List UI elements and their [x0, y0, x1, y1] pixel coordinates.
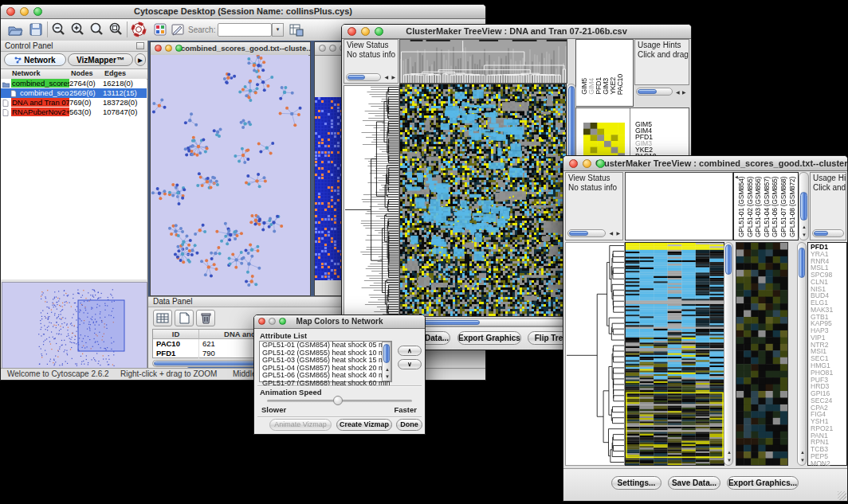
gene-label[interactable]: HMG1 — [811, 362, 846, 369]
gene-label[interactable]: FIG4 — [811, 411, 846, 418]
done-button[interactable]: Done — [396, 419, 422, 431]
birdseye-overview-canvas[interactable] — [2, 282, 147, 371]
tv2-global-heatmap-canvas[interactable] — [625, 242, 724, 466]
scroll-thumb[interactable] — [638, 89, 657, 94]
tv1-mini-heatmap-canvas[interactable] — [583, 123, 625, 159]
gene-label[interactable]: SEC1 — [811, 355, 846, 362]
gene-label[interactable]: KAP95 — [811, 320, 846, 327]
column-header-id[interactable]: ID — [153, 330, 199, 339]
scroll-thumb[interactable] — [383, 344, 390, 363]
tab-vizmapper[interactable]: VizMapper™ — [68, 53, 133, 66]
tv1-row-dendrogram-canvas[interactable] — [344, 85, 399, 318]
close-icon[interactable] — [155, 45, 162, 52]
tv1-hints-hscrollbar[interactable] — [636, 88, 673, 96]
network-row[interactable]: RNAPuberNov2+563(0)107847(0) — [1, 107, 147, 117]
minimize-icon[interactable] — [361, 27, 370, 36]
gene-label[interactable]: PAN1 — [811, 432, 846, 440]
tab-network[interactable]: Network — [4, 53, 66, 66]
zoom-window-icon[interactable] — [33, 7, 42, 16]
zoom-window-icon[interactable] — [175, 45, 183, 52]
resize-grip[interactable] — [838, 491, 846, 500]
help-lifering-icon[interactable] — [131, 21, 147, 37]
tv1-status-hscrollbar[interactable] — [346, 73, 381, 81]
minimize-icon[interactable] — [329, 45, 336, 52]
new-attribute-icon[interactable] — [175, 310, 194, 326]
scroll-left-icon[interactable]: ◀ — [384, 74, 388, 80]
gene-label[interactable]: GPI16 — [811, 390, 846, 397]
gene-label[interactable]: TCB3 — [811, 446, 846, 453]
gene-label[interactable]: ELG1 — [811, 299, 846, 307]
close-icon[interactable] — [569, 159, 578, 168]
zoom-out-icon[interactable] — [50, 21, 66, 37]
tv2-row-dendrogram-canvas[interactable] — [565, 242, 625, 466]
zoom-window-icon[interactable] — [596, 159, 605, 168]
minimize-icon[interactable] — [269, 318, 276, 325]
tv1-heatmap-canvas[interactable] — [399, 84, 567, 317]
main-titlebar[interactable]: Cytoscape Desktop (Session Name: collins… — [1, 5, 485, 19]
gene-label[interactable]: MON2 — [811, 460, 846, 467]
gene-label[interactable]: PFD1 — [811, 244, 846, 251]
save-data-button[interactable]: Save Data... — [668, 476, 720, 490]
gene-label[interactable]: RPO21 — [811, 425, 846, 432]
scroll-left-icon[interactable]: ◀ — [676, 89, 680, 96]
gene-label[interactable]: MSI1 — [811, 348, 846, 355]
tv2-hints-hscrollbar[interactable] — [812, 229, 844, 237]
gene-label[interactable]: NTR2 — [811, 342, 846, 349]
network-row[interactable]: combined_sco2569(6)13112(15) — [1, 88, 147, 98]
scroll-down-icon[interactable]: ▼ — [385, 373, 390, 380]
scroll-up-icon[interactable]: ▲ — [727, 449, 732, 455]
gene-label[interactable]: MAK31 — [811, 307, 846, 314]
scroll-right-icon[interactable]: ▶ — [682, 89, 686, 96]
close-icon[interactable] — [347, 27, 356, 36]
move-up-button[interactable]: ∧ — [398, 346, 422, 356]
create-vizmap-button[interactable]: Create Vizmap — [336, 419, 392, 431]
gene-label[interactable]: HAP3 — [811, 327, 846, 334]
attribute-list-item[interactable]: GPL51-02 (GSM855) heat shock 10 min — [260, 350, 391, 357]
gene-label[interactable]: GTB1 — [811, 314, 846, 321]
tab-overflow-arrow-icon[interactable]: ▶ — [135, 53, 146, 66]
search-input[interactable] — [218, 23, 272, 37]
search-dropdown-arrow-icon[interactable]: ▼ — [272, 23, 284, 37]
close-icon[interactable] — [258, 318, 265, 325]
scroll-thumb[interactable] — [800, 192, 807, 221]
gene-label[interactable]: NIS1 — [811, 286, 846, 293]
scroll-thumb[interactable] — [725, 244, 732, 275]
gene-label[interactable]: SPC98 — [811, 272, 846, 279]
save-icon[interactable] — [28, 21, 44, 37]
tv1-column-dendrogram-canvas[interactable] — [399, 39, 567, 84]
scroll-thumb[interactable] — [347, 75, 365, 80]
scroll-thumb[interactable] — [799, 248, 805, 278]
scroll-down-icon[interactable]: ▼ — [727, 457, 732, 463]
network-graph-canvas[interactable] — [151, 55, 308, 294]
zoom-fit-icon[interactable] — [108, 21, 124, 37]
float-panel-icon[interactable] — [136, 42, 144, 49]
move-down-button[interactable]: ∨ — [398, 359, 422, 369]
minimize-icon[interactable] — [165, 45, 172, 52]
export-graphics-button[interactable]: Export Graphics... — [457, 331, 521, 345]
settings-button[interactable]: Settings... — [611, 476, 662, 490]
gene-label[interactable]: PEP5 — [811, 453, 846, 460]
animate-vizmap-button[interactable]: Animate Vizmap — [269, 419, 332, 431]
cell-id[interactable]: PFD1 — [153, 349, 199, 358]
gene-label[interactable]: YSH1 — [811, 418, 846, 425]
scroll-up-icon[interactable]: ▲ — [802, 224, 807, 230]
tv2-heat-vscrollbar[interactable]: ▲ ▼ — [724, 242, 733, 466]
attribute-list-vscrollbar[interactable]: ▲ ▼ — [382, 342, 391, 381]
gene-label[interactable]: MSL1 — [811, 264, 846, 272]
attribute-list-item[interactable]: GPL51-06 (GSM865) heat shock 40 min — [260, 372, 391, 380]
scroll-left-icon[interactable]: ◀ — [609, 230, 613, 236]
gene-label[interactable]: PUF3 — [811, 377, 846, 384]
gene-label[interactable]: HRD3 — [811, 383, 846, 390]
scroll-right-icon[interactable]: ▶ — [391, 74, 395, 80]
dialog-titlebar[interactable]: Map Colors to Network — [254, 315, 425, 329]
tv2-collabel-vscrollbar[interactable]: ▲ ▼ — [799, 172, 809, 240]
scroll-thumb[interactable] — [569, 231, 588, 236]
gene-label[interactable]: VIP1 — [811, 334, 846, 342]
minimize-icon[interactable] — [20, 7, 29, 16]
network-row[interactable]: combined_scores2764(0)16218(0) — [1, 79, 147, 88]
zoom-window-icon[interactable] — [279, 318, 286, 325]
treeview2-titlebar[interactable]: ClusterMaker TreeView : combined_scores_… — [563, 156, 847, 171]
zoom-selected-icon[interactable] — [88, 21, 104, 37]
delete-attribute-trash-icon[interactable] — [196, 310, 215, 326]
table-mode-icon[interactable] — [153, 310, 172, 326]
